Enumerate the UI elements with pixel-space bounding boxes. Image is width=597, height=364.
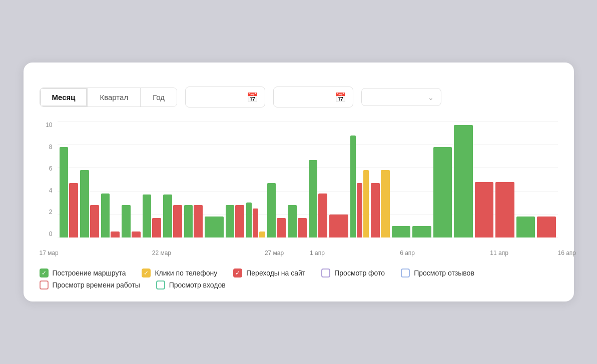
legend-checkbox-3 — [321, 268, 330, 278]
legend-label-6: Просмотр входов — [169, 281, 226, 289]
bar-red-8 — [235, 205, 244, 238]
bar-group-6 — [184, 122, 203, 238]
bar-group-18 — [433, 122, 452, 238]
y-label-10: 10 — [40, 122, 56, 128]
bar-green-6 — [184, 205, 193, 238]
bar-group-10 — [267, 122, 286, 238]
period-from-row: 📅 — [193, 92, 258, 103]
legend-label-1: Клики по телефону — [155, 269, 217, 277]
bar-group-3 — [122, 122, 141, 238]
legend-item-6[interactable]: Просмотр входов — [156, 280, 226, 290]
bar-red-14 — [357, 183, 362, 238]
chart-inner — [58, 122, 558, 238]
bar-green-3 — [122, 205, 131, 238]
bar-green-14 — [350, 136, 356, 238]
tab-quarter[interactable]: Квартал — [88, 88, 141, 106]
bar-group-22 — [516, 122, 535, 238]
x-label-27-мар: 27 мар — [265, 250, 284, 256]
bar-green-4 — [143, 194, 152, 238]
bar-green-10 — [267, 183, 276, 238]
period-tabs: Месяц Квартал Год — [40, 88, 178, 107]
legend-checkbox-4 — [401, 268, 410, 278]
legend-checkbox-0: ✓ — [40, 268, 49, 278]
bar-red-23 — [537, 216, 556, 238]
y-label-6: 6 — [40, 165, 56, 172]
bar-red-5 — [173, 205, 182, 238]
bar-yellow-15 — [381, 170, 390, 238]
bar-green-12 — [309, 160, 318, 238]
legend-checkbox-1: ✓ — [142, 268, 151, 278]
bar-red-4 — [152, 218, 161, 238]
bar-green-8 — [226, 205, 235, 238]
legend-item-1[interactable]: ✓Клики по телефону — [142, 268, 217, 278]
tab-month[interactable]: Месяц — [40, 88, 88, 106]
bar-green-11 — [288, 205, 297, 238]
bar-group-2 — [101, 122, 120, 238]
legend-label-4: Просмотр отзывов — [414, 269, 474, 277]
y-label-2: 2 — [40, 208, 56, 216]
bar-group-11 — [288, 122, 307, 238]
bar-red-2 — [111, 232, 120, 238]
legend-checkbox-5 — [40, 280, 49, 290]
y-label-8: 8 — [40, 144, 56, 150]
x-label-16-апр: 16 апр — [558, 250, 576, 256]
bar-red-9 — [253, 208, 258, 238]
bar-group-14 — [350, 122, 369, 238]
bar-red-6 — [194, 205, 203, 238]
y-label-4: 4 — [40, 187, 56, 194]
bar-red-11 — [298, 218, 307, 238]
legend: ✓Построение маршрута✓Клики по телефону✓П… — [40, 268, 558, 290]
period-to-field[interactable]: 📅 — [273, 86, 353, 108]
bar-green-9 — [246, 202, 252, 238]
bar-group-17 — [412, 122, 431, 238]
bar-green-16 — [392, 226, 411, 238]
bar-green-19 — [454, 125, 473, 238]
bar-group-20 — [475, 122, 494, 238]
bar-group-23 — [537, 122, 556, 238]
bar-red-1 — [90, 205, 99, 238]
legend-item-2[interactable]: ✓Переходы на сайт — [233, 268, 305, 278]
bars-row — [58, 122, 558, 238]
bar-group-15 — [371, 122, 390, 238]
period-from-field[interactable]: 📅 — [185, 86, 265, 108]
x-label-11-апр: 11 апр — [490, 250, 508, 256]
bar-red-0 — [69, 183, 78, 238]
bar-group-12 — [309, 122, 328, 238]
period-to-row: 📅 — [281, 92, 346, 103]
card: Месяц Квартал Год 📅 📅 ⌄ — [24, 62, 574, 302]
chart-area: 0 2 4 6 8 10 — [40, 122, 558, 252]
bar-group-8 — [226, 122, 245, 238]
legend-checkbox-2: ✓ — [233, 268, 242, 278]
legend-item-4[interactable]: Просмотр отзывов — [401, 268, 474, 278]
legend-item-5[interactable]: Просмотр времени работы — [40, 280, 140, 290]
bar-group-19 — [454, 122, 473, 238]
bar-group-5 — [163, 122, 182, 238]
bar-red-21 — [495, 182, 514, 238]
bar-green-17 — [412, 226, 431, 238]
x-label-22-мар: 22 мар — [152, 250, 171, 256]
tab-year[interactable]: Год — [141, 88, 177, 106]
grouping-field[interactable]: ⌄ — [361, 88, 441, 106]
bar-red-10 — [277, 218, 286, 238]
bar-red-13 — [329, 214, 348, 238]
bar-group-1 — [80, 122, 99, 238]
legend-item-3[interactable]: Просмотр фото — [321, 268, 385, 278]
calendar-from-icon: 📅 — [247, 92, 258, 103]
legend-label-0: Построение маршрута — [53, 269, 126, 277]
bar-group-4 — [143, 122, 162, 238]
bar-green-7 — [205, 216, 224, 238]
bar-group-13 — [329, 122, 348, 238]
y-label-0: 0 — [40, 230, 56, 238]
bar-green-1 — [80, 170, 89, 238]
controls-bar: Месяц Квартал Год 📅 📅 ⌄ — [40, 86, 558, 108]
chart-container: 0 2 4 6 8 10 17 мар22 мар27 ма — [40, 122, 558, 260]
x-label-1-апр: 1 апр — [310, 250, 325, 256]
y-axis: 0 2 4 6 8 10 — [40, 122, 56, 238]
bar-green-22 — [516, 216, 535, 238]
bar-red-20 — [475, 182, 494, 238]
bar-green-0 — [60, 147, 69, 238]
legend-item-0[interactable]: ✓Построение маршрута — [40, 268, 126, 278]
x-label-6-апр: 6 апр — [400, 250, 415, 256]
bar-group-16 — [392, 122, 411, 238]
bar-green-2 — [101, 194, 110, 238]
